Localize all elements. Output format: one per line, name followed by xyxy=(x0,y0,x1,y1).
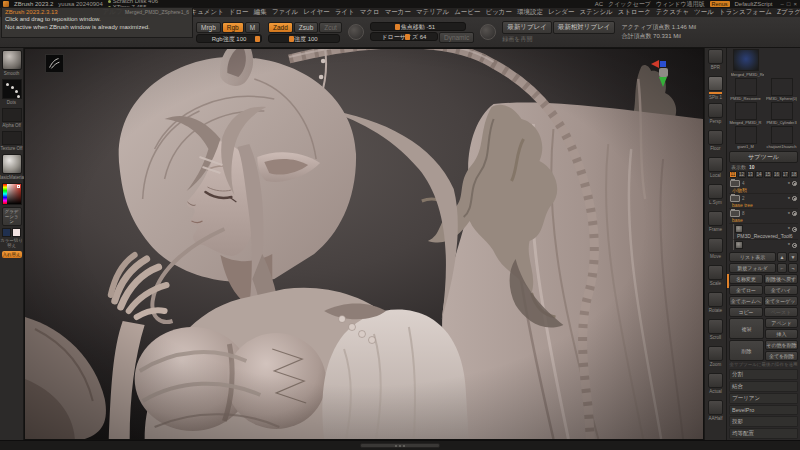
right-shelf-floor-button[interactable]: Floor xyxy=(706,130,725,156)
document-preview-thumbnail[interactable] xyxy=(45,54,64,73)
menu-item[interactable]: レンダー xyxy=(546,8,577,15)
swap-color-button[interactable]: 入れ替え xyxy=(2,251,22,258)
subtool-page-button[interactable]: 13 xyxy=(747,171,755,178)
subtool-item[interactable]: 4*小物類 xyxy=(729,179,798,194)
all-high-button[interactable]: 全てハイ xyxy=(764,285,798,295)
tool-button[interactable]: PM3D_Cylinder3 xyxy=(765,102,798,125)
menu-item[interactable]: マテリアル xyxy=(413,8,451,15)
saturation-square[interactable] xyxy=(7,184,21,204)
menu-item[interactable]: ムービー xyxy=(452,8,483,15)
z-intensity-slider[interactable]: Z強度 100 xyxy=(268,34,340,43)
delete-button[interactable]: 削除 xyxy=(729,340,764,361)
right-shelf-persp-button[interactable]: Persp xyxy=(706,103,725,129)
menu-item[interactable]: トランスフォーム xyxy=(716,8,774,15)
zcut-button[interactable]: Zcut xyxy=(319,22,342,33)
move-down-button[interactable]: ▼ xyxy=(788,252,798,262)
focal-shift-slider[interactable]: 焦点移動 -51 xyxy=(370,22,466,31)
spix-slider[interactable] xyxy=(709,92,722,94)
subtool-page-button[interactable]: 16 xyxy=(773,171,781,178)
apply-last-action-button[interactable]: 全サブツールに最後の操作を適用 xyxy=(729,361,798,368)
menu-item[interactable]: Zプラグイン xyxy=(775,8,800,15)
record-resume-button[interactable]: 録画を再開 xyxy=(502,35,615,44)
right-shelf-scale-button[interactable]: Scale xyxy=(706,265,725,291)
palette-section-header[interactable]: 結合 xyxy=(729,381,798,392)
right-shelf-scroll-button[interactable]: Scroll xyxy=(706,319,725,345)
window-control-icon[interactable]: – xyxy=(781,1,784,7)
menu-item[interactable]: マクロ xyxy=(357,8,382,15)
rgb-intensity-slider[interactable]: Rgb強度 100 xyxy=(196,34,262,43)
current-stroke-button[interactable] xyxy=(2,79,22,99)
folder-action-icon[interactable]: ¬ xyxy=(788,263,798,273)
subtool-item[interactable]: 2*base tree xyxy=(729,194,798,209)
tool-button[interactable]: chaijiant1huanch xyxy=(765,126,798,149)
menu-item[interactable]: テクスチャ xyxy=(653,8,691,15)
rename-button[interactable]: 名称変更 xyxy=(729,274,763,284)
sculpt-canvas[interactable] xyxy=(25,49,703,439)
dynamic-button[interactable]: Dynamic xyxy=(439,32,474,43)
stroke-preview-icon[interactable] xyxy=(480,24,496,40)
menu-item[interactable]: 環境設定 xyxy=(515,8,546,15)
subtool-page-button[interactable]: 12 xyxy=(738,171,746,178)
tool-button[interactable]: PM3D_Recovere xyxy=(729,78,762,101)
gear-icon[interactable]: * xyxy=(788,212,790,216)
subtool-page-button[interactable]: 17 xyxy=(782,171,790,178)
color-picker[interactable] xyxy=(2,183,22,205)
visibility-eye-icon[interactable] xyxy=(792,227,797,232)
menu-item[interactable]: 編集 xyxy=(251,8,269,15)
right-shelf-move-button[interactable]: Move xyxy=(706,238,725,264)
right-shelf-actual-button[interactable]: Actual xyxy=(706,373,725,399)
right-shelf-bpr-button[interactable]: BPR xyxy=(706,49,725,75)
subtool-page-button[interactable]: 14 xyxy=(755,171,763,178)
menu-item[interactable]: ファイル xyxy=(269,8,301,15)
default-zscript-label[interactable]: DefaultZScript xyxy=(735,1,773,7)
window-control-icon[interactable]: □ xyxy=(787,1,791,7)
zadd-button[interactable]: Zadd xyxy=(268,22,293,33)
zsub-button[interactable]: Zsub xyxy=(294,22,318,33)
subtool-item[interactable]: *PM3D_Recovered_Tool6 xyxy=(733,224,798,240)
folder-action-icon[interactable]: ⌐ xyxy=(777,263,787,273)
right-shelf-zoom-button[interactable]: Zoom xyxy=(706,346,725,372)
tool-button[interactable]: Merged_PM3D_R xyxy=(729,102,762,125)
gear-icon[interactable]: * xyxy=(788,243,790,247)
subtool-header[interactable]: サブツール xyxy=(729,151,798,163)
replay-last-button[interactable]: 最新リプレイ xyxy=(502,21,552,34)
secondary-color-swatch[interactable] xyxy=(12,228,21,237)
menu-item[interactable]: ストローク xyxy=(615,8,653,15)
append-button[interactable]: アペンド xyxy=(765,318,798,328)
brush-preview-icon[interactable] xyxy=(348,24,364,40)
new-folder-button[interactable]: 新規フォルダ xyxy=(729,263,776,273)
window-control-icon[interactable]: × xyxy=(793,1,797,7)
menu-item[interactable]: ライト xyxy=(332,8,357,15)
navigation-gizmo[interactable] xyxy=(651,57,677,87)
all-target-button[interactable]: 全てターゲットへ xyxy=(764,296,798,306)
insert-button[interactable]: 挿入 xyxy=(765,329,798,339)
current-alpha-button[interactable] xyxy=(2,108,22,122)
palette-section-header[interactable]: 投影 xyxy=(729,416,798,427)
subtool-page-button[interactable]: 11 xyxy=(729,171,737,178)
menu-item[interactable]: ステンシル xyxy=(577,8,615,15)
current-texture-button[interactable] xyxy=(2,131,22,145)
delete-all-button[interactable]: 全てを削除 xyxy=(765,351,798,361)
duplicate-button[interactable]: 複製 xyxy=(729,318,764,339)
visibility-eye-icon[interactable] xyxy=(792,211,797,216)
current-material-button[interactable] xyxy=(2,154,22,174)
visibility-eye-icon[interactable] xyxy=(792,243,797,248)
draw-size-slider[interactable]: ドローサイズ 64 xyxy=(370,32,438,41)
visibility-eye-icon[interactable] xyxy=(792,181,797,186)
gear-icon[interactable]: * xyxy=(788,182,790,186)
bottom-tray-handle[interactable] xyxy=(360,443,440,448)
visibility-eye-icon[interactable] xyxy=(792,196,797,201)
rgb-button[interactable]: Rgb xyxy=(222,22,244,33)
right-shelf-frame-button[interactable]: Frame xyxy=(706,211,725,237)
undo-delete-button[interactable]: 削除後へ戻す xyxy=(764,274,798,284)
tool-button[interactable]: PM3D_Sphere(0) xyxy=(765,78,798,101)
subtool-item[interactable]: 8*base xyxy=(729,209,798,224)
palette-section-header[interactable]: 均等配置 xyxy=(729,428,798,439)
right-shelf-local-button[interactable]: Local xyxy=(706,157,725,183)
gear-icon[interactable]: * xyxy=(788,197,790,201)
palette-section-header[interactable]: BevelPro xyxy=(729,405,798,415)
main-color-swatch[interactable] xyxy=(2,228,11,237)
menu-item[interactable]: レイヤー xyxy=(301,8,332,15)
mrgb-button[interactable]: Mrgb xyxy=(196,22,221,33)
right-shelf-aahalf-button[interactable]: AAHalf xyxy=(706,400,725,426)
